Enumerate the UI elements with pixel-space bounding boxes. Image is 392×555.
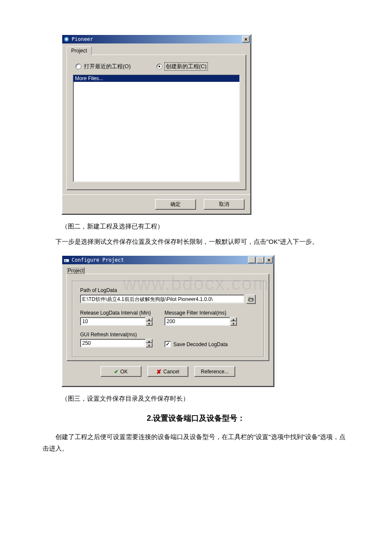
window-title: Configure Project [72,257,247,263]
radio-icon [75,64,81,69]
settings-group: Path of LogData E:\TD软件\鼎立4.1前后台破解免狗版\Pi… [72,281,264,357]
save-decoded-checkbox[interactable]: ✓ Save Decoded LogData [164,341,228,347]
cancel-button[interactable]: ✘ Cancel [147,366,188,377]
checkbox-icon: ✓ [164,341,171,347]
app-icon [63,36,70,43]
gui-spinner[interactable]: ▲ ▼ [146,339,153,347]
chevron-down-icon[interactable]: ▼ [146,343,153,347]
browse-button[interactable] [246,295,256,304]
path-input[interactable]: E:\TD软件\鼎立4.1前后台破解免狗版\Pilot Pioneer4.1.0… [80,295,244,303]
ok-label: OK [120,369,127,375]
app-icon [63,257,70,263]
radio-open-recent[interactable]: 打开最近的工程(O) [75,63,131,70]
chevron-up-icon[interactable]: ▲ [146,339,153,343]
tab-project[interactable]: Project [66,46,92,55]
chevron-down-icon[interactable]: ▼ [230,321,237,326]
radio-create-new[interactable]: 创建新的工程(C) [156,63,208,70]
gui-refresh-label: GUI Refresh Interval(ms) [80,332,153,338]
recent-files-list[interactable]: More Files... [73,75,240,182]
figure-caption-3: （图三，设置文件保存目录及文件保存时长） [61,395,349,403]
check-icon: ✔ [114,369,118,375]
paragraph-device-port: 创建了工程之后便可设置需要连接的设备端口及设备型号，在工具栏的"设置"选项中找到… [43,431,349,454]
cancel-button[interactable]: 取消 [204,199,245,210]
release-interval-label: Release LogData Interval (Min) [80,310,153,316]
ok-button[interactable]: ✔ OK [101,366,141,377]
maximize-button[interactable]: □ [257,257,264,263]
filter-interval-label: Message Filter Interval(ms) [164,310,237,316]
save-decoded-label: Save Decoded LogData [173,341,228,347]
release-spinner[interactable]: ▲ ▼ [146,317,153,326]
list-item-more-files[interactable]: More Files... [73,75,239,82]
filter-spinner[interactable]: ▲ ▼ [230,317,237,326]
figure-caption-2: （图二，新建工程及选择已有工程） [61,223,349,231]
section-heading: 2.设置设备端口及设备型号： [43,413,349,423]
radio-icon [156,64,162,69]
reference-button[interactable]: Reference... [194,366,235,377]
filter-interval-input[interactable]: 200 [164,317,230,326]
ok-button[interactable]: 确定 [155,199,196,210]
chevron-down-icon[interactable]: ▼ [146,321,153,326]
release-interval-input[interactable]: 10 [80,317,146,326]
svg-rect-2 [64,258,69,259]
folder-open-icon [248,297,254,302]
configure-project-dialog: Configure Project _ □ ✕ Project Path of … [61,255,274,387]
titlebar[interactable]: Configure Project _ □ ✕ [62,256,274,264]
tabpanel-project: Path of LogData E:\TD软件\鼎立4.1前后台破解免狗版\Pi… [66,274,269,361]
svg-rect-3 [65,260,66,260]
close-button[interactable]: ✕ [265,257,273,263]
chevron-up-icon[interactable]: ▲ [146,317,153,321]
gui-refresh-input[interactable]: 250 [80,339,146,347]
tab-project[interactable]: Project [66,267,85,274]
paragraph-next-step: 下一步是选择测试文件保存位置及文件保存时长限制，一般默认即可，点击"OK"进入下… [43,236,349,247]
titlebar[interactable]: Pioneer ✕ [62,35,251,43]
close-button[interactable]: ✕ [242,36,250,43]
chevron-up-icon[interactable]: ▲ [230,317,237,321]
pioneer-dialog: Pioneer ✕ Project 打开最近的工程(O) 创建新的工程(C) M… [61,34,251,215]
svg-rect-4 [65,261,67,261]
x-icon: ✘ [156,368,161,375]
radio-create-label: 创建新的工程(C) [165,63,208,70]
minimize-button[interactable]: _ [248,257,256,263]
radio-open-label: 打开最近的工程(O) [84,63,131,70]
path-label: Path of LogData [80,287,256,293]
tabpanel-project: 打开最近的工程(O) 创建新的工程(C) More Files... [66,55,246,190]
cancel-label: Cancel [163,369,179,375]
window-title: Pioneer [72,36,241,42]
